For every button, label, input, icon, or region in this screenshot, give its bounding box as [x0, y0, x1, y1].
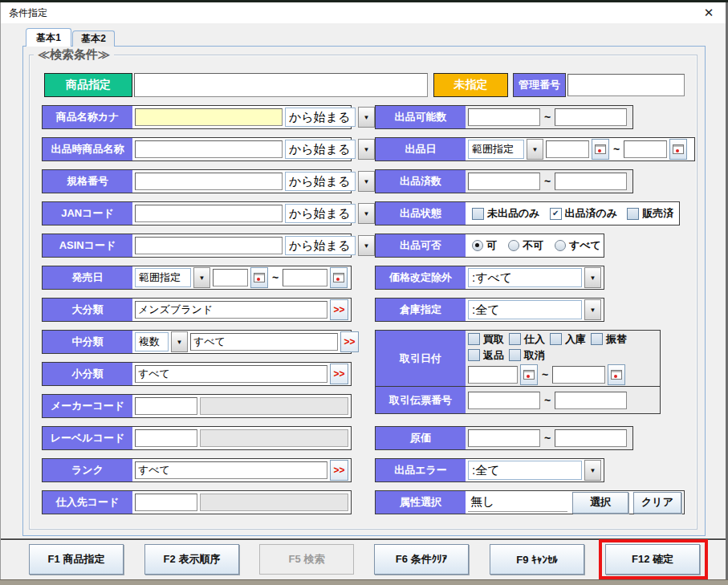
close-icon[interactable]: ✕ [700, 6, 718, 20]
checkbox-icon[interactable] [468, 349, 480, 361]
f6-condition-clear-button[interactable]: F6 条件ｸﾘｱ [374, 544, 469, 575]
checkbox-icon[interactable] [627, 208, 639, 220]
attribute-clear-button[interactable]: クリア [633, 492, 681, 514]
checkbox-icon[interactable] [472, 208, 484, 220]
checkbox-listed-only[interactable]: ✔ 出品済のみ [550, 206, 618, 221]
item-name-kana-match-combo[interactable]: から始まる [285, 108, 356, 127]
chevron-down-icon[interactable]: ▼ [584, 460, 601, 481]
sellable-qty-from-input[interactable] [468, 108, 540, 126]
transaction-slip-from-input[interactable] [468, 392, 540, 409]
transaction-date-from-input[interactable] [468, 366, 518, 384]
transaction-slip-to-input[interactable] [555, 392, 627, 409]
release-date-mode-combo[interactable]: 範囲指定 [135, 268, 191, 287]
sellable-qty-to-input[interactable] [555, 108, 627, 126]
cost-from-input[interactable] [468, 429, 540, 447]
checkbox-return[interactable]: 返品 [468, 348, 504, 363]
listing-error-combo[interactable]: :全て [468, 461, 582, 480]
chevron-down-icon[interactable]: ▼ [358, 235, 375, 256]
jan-code-match-combo[interactable]: から始まる [285, 204, 356, 223]
checkbox-icon[interactable] [591, 333, 603, 345]
checkbox-icon[interactable] [509, 349, 521, 361]
price-revision-exclude-combo[interactable]: :すべて [468, 268, 582, 287]
listed-qty-from-input[interactable] [468, 173, 540, 190]
checkbox-icon[interactable] [509, 333, 521, 345]
maker-code-input[interactable] [135, 397, 197, 415]
checkbox-transfer[interactable]: 振替 [591, 332, 627, 347]
radio-all[interactable]: すべて [555, 238, 601, 253]
calendar-icon[interactable] [330, 267, 348, 288]
supplier-code-label: 仕入先コード [43, 491, 132, 514]
f12-confirm-button[interactable]: F12 確定 [605, 544, 700, 575]
release-date-to-input[interactable] [283, 269, 327, 286]
standard-no-match-combo[interactable]: から始まる [285, 172, 356, 191]
f2-display-order-button[interactable]: F2 表示順序 [144, 544, 239, 575]
checkbox-icon[interactable] [468, 333, 480, 345]
checkbox-inbound[interactable]: 入庫 [550, 332, 586, 347]
more-button[interactable]: >> [330, 460, 348, 481]
product-specify-input[interactable] [134, 73, 428, 97]
checkbox-icon[interactable] [550, 333, 562, 345]
chevron-down-icon[interactable]: ▼ [358, 107, 375, 128]
transaction-date-to-input[interactable] [552, 366, 605, 384]
supplier-code-input[interactable] [135, 494, 197, 511]
listing-item-name-input[interactable] [135, 140, 283, 158]
chevron-down-icon[interactable]: ▼ [358, 139, 375, 160]
checkbox-sold[interactable]: 販売済 [627, 206, 673, 221]
calendar-icon[interactable] [592, 139, 609, 160]
checkbox-unlisted-only[interactable]: 未出品のみ [472, 206, 540, 221]
calendar-icon[interactable] [250, 267, 268, 288]
jan-code-input[interactable] [135, 205, 283, 222]
radio-icon[interactable] [555, 240, 566, 251]
radio-allowed[interactable]: 可 [472, 238, 497, 253]
more-button[interactable]: >> [330, 364, 348, 384]
asin-code-match-combo[interactable]: から始まる [285, 236, 356, 255]
calendar-icon[interactable] [520, 364, 538, 385]
checkbox-checked-icon[interactable]: ✔ [550, 208, 562, 220]
row-listing-date: 出品日 範囲指定 ▼ ~ [375, 137, 695, 161]
radio-not-allowed[interactable]: 不可 [508, 238, 543, 253]
major-category-input[interactable] [135, 301, 327, 319]
chevron-down-icon[interactable]: ▼ [584, 299, 601, 320]
calendar-icon[interactable] [669, 139, 687, 160]
more-button[interactable]: >> [340, 331, 359, 352]
standard-no-input[interactable] [135, 173, 283, 190]
listing-date-to-input[interactable] [624, 140, 667, 158]
tab-basic1[interactable]: 基本1 [26, 28, 71, 47]
middle-category-mode-combo[interactable]: 複数 [135, 332, 169, 351]
middle-category-input[interactable] [190, 333, 338, 351]
f9-cancel-button[interactable]: F9 ｷｬﾝｾﾙ [490, 544, 584, 575]
warehouse-label: 倉庫指定 [376, 299, 466, 321]
cost-to-input[interactable] [555, 429, 627, 447]
item-name-kana-input[interactable] [135, 108, 283, 126]
radio-selected-icon[interactable] [472, 240, 483, 251]
listing-item-name-match-combo[interactable]: から始まる [285, 140, 356, 159]
radio-icon[interactable] [508, 240, 519, 251]
product-specify-button[interactable]: 商品指定 [44, 73, 132, 97]
calendar-icon[interactable] [608, 364, 625, 385]
chevron-down-icon[interactable]: ▼ [358, 171, 375, 192]
checkbox-purchase[interactable]: 仕入 [509, 332, 545, 347]
listing-date-from-input[interactable] [546, 140, 589, 158]
checkbox-cancel[interactable]: 取消 [509, 348, 545, 363]
rank-input[interactable] [135, 461, 327, 479]
listing-allowed-label: 出品可否 [376, 234, 466, 257]
tab-basic2[interactable]: 基本2 [72, 30, 115, 47]
release-date-from-input[interactable] [213, 269, 248, 286]
attribute-select-button[interactable]: 選択 [572, 492, 628, 514]
more-button[interactable]: >> [330, 299, 348, 320]
chevron-down-icon[interactable]: ▼ [527, 139, 543, 160]
label-code-input[interactable] [135, 429, 197, 447]
chevron-down-icon[interactable]: ▼ [193, 267, 210, 288]
chevron-down-icon[interactable]: ▼ [171, 331, 188, 352]
chevron-down-icon[interactable]: ▼ [358, 203, 375, 224]
minor-category-input[interactable] [135, 365, 327, 383]
asin-code-input[interactable] [135, 237, 283, 254]
unspecified-button[interactable]: 未指定 [433, 73, 508, 97]
chevron-down-icon[interactable]: ▼ [584, 267, 601, 288]
warehouse-combo[interactable]: :全て [468, 300, 582, 319]
f1-product-specify-button[interactable]: F1 商品指定 [29, 544, 124, 575]
listed-qty-to-input[interactable] [555, 173, 627, 190]
manage-no-input[interactable] [567, 74, 685, 96]
checkbox-buy[interactable]: 買取 [468, 332, 504, 347]
listing-date-mode-combo[interactable]: 範囲指定 [468, 140, 524, 159]
